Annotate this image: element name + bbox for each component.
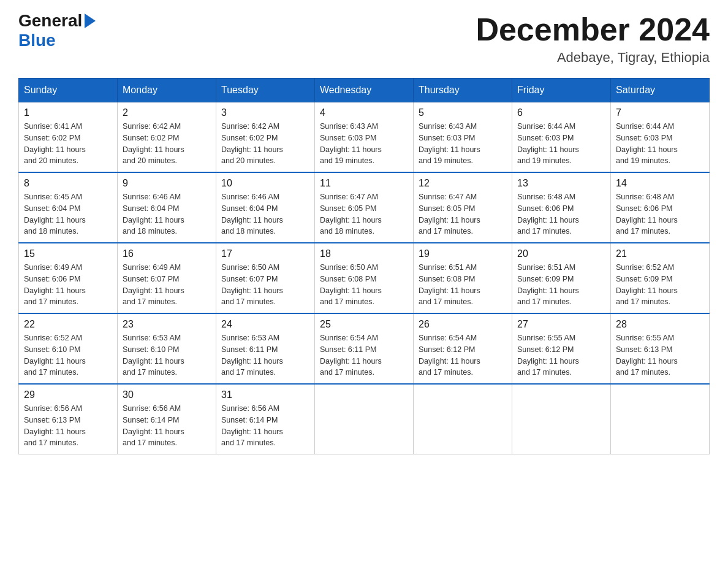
table-row: 7 Sunrise: 6:44 AM Sunset: 6:03 PM Dayli… [611,102,710,173]
location-subtitle: Adebaye, Tigray, Ethiopia [476,50,710,66]
table-row: 22 Sunrise: 6:52 AM Sunset: 6:10 PM Dayl… [19,313,118,384]
day-info: Sunrise: 6:44 AM Sunset: 6:03 PM Dayligh… [616,121,704,167]
day-info: Sunrise: 6:53 AM Sunset: 6:11 PM Dayligh… [221,332,309,378]
calendar-week-row: 15 Sunrise: 6:49 AM Sunset: 6:06 PM Dayl… [19,243,710,313]
calendar-week-row: 22 Sunrise: 6:52 AM Sunset: 6:10 PM Dayl… [19,313,710,384]
day-number: 24 [221,319,309,330]
day-number: 22 [24,319,112,330]
day-number: 3 [221,107,309,118]
day-info: Sunrise: 6:53 AM Sunset: 6:10 PM Dayligh… [123,332,211,378]
day-info: Sunrise: 6:50 AM Sunset: 6:07 PM Dayligh… [221,262,309,308]
day-info: Sunrise: 6:46 AM Sunset: 6:04 PM Dayligh… [123,191,211,237]
page-header: General Blue December 2024 Adebaye, Tigr… [18,12,710,66]
table-row: 11 Sunrise: 6:47 AM Sunset: 6:05 PM Dayl… [315,172,414,243]
header-monday: Monday [118,79,216,102]
table-row: 29 Sunrise: 6:56 AM Sunset: 6:13 PM Dayl… [19,384,118,454]
day-number: 1 [24,107,112,118]
logo-arrow-icon [85,13,96,28]
day-number: 30 [123,389,211,400]
table-row: 15 Sunrise: 6:49 AM Sunset: 6:06 PM Dayl… [19,243,118,313]
table-row: 28 Sunrise: 6:55 AM Sunset: 6:13 PM Dayl… [611,313,710,384]
day-info: Sunrise: 6:42 AM Sunset: 6:02 PM Dayligh… [221,121,309,167]
day-number: 7 [616,107,704,118]
day-number: 14 [616,178,704,189]
table-row: 19 Sunrise: 6:51 AM Sunset: 6:08 PM Dayl… [414,243,512,313]
day-number: 25 [320,319,408,330]
logo: General Blue [18,12,96,50]
day-number: 26 [419,319,507,330]
day-info: Sunrise: 6:56 AM Sunset: 6:13 PM Dayligh… [24,403,112,449]
day-info: Sunrise: 6:47 AM Sunset: 6:05 PM Dayligh… [419,191,507,237]
table-row: 6 Sunrise: 6:44 AM Sunset: 6:03 PM Dayli… [512,102,611,173]
day-number: 18 [320,248,408,259]
day-info: Sunrise: 6:54 AM Sunset: 6:11 PM Dayligh… [320,332,408,378]
calendar-week-row: 29 Sunrise: 6:56 AM Sunset: 6:13 PM Dayl… [19,384,710,454]
table-row: 30 Sunrise: 6:56 AM Sunset: 6:14 PM Dayl… [118,384,216,454]
day-info: Sunrise: 6:51 AM Sunset: 6:09 PM Dayligh… [517,262,605,308]
day-number: 13 [517,178,605,189]
header-thursday: Thursday [414,79,512,102]
day-info: Sunrise: 6:43 AM Sunset: 6:03 PM Dayligh… [320,121,408,167]
table-row: 9 Sunrise: 6:46 AM Sunset: 6:04 PM Dayli… [118,172,216,243]
day-info: Sunrise: 6:41 AM Sunset: 6:02 PM Dayligh… [24,121,112,167]
table-row: 18 Sunrise: 6:50 AM Sunset: 6:08 PM Dayl… [315,243,414,313]
table-row: 23 Sunrise: 6:53 AM Sunset: 6:10 PM Dayl… [118,313,216,384]
day-number: 29 [24,389,112,400]
header-friday: Friday [512,79,611,102]
calendar-table: Sunday Monday Tuesday Wednesday Thursday… [18,78,710,454]
day-number: 19 [419,248,507,259]
day-number: 31 [221,389,309,400]
day-number: 11 [320,178,408,189]
table-row [315,384,414,454]
logo-blue-text: Blue [18,31,56,50]
calendar-header-row: Sunday Monday Tuesday Wednesday Thursday… [19,79,710,102]
table-row: 31 Sunrise: 6:56 AM Sunset: 6:14 PM Dayl… [216,384,315,454]
table-row: 25 Sunrise: 6:54 AM Sunset: 6:11 PM Dayl… [315,313,414,384]
logo-general-text: General [18,12,82,29]
day-info: Sunrise: 6:50 AM Sunset: 6:08 PM Dayligh… [320,262,408,308]
day-info: Sunrise: 6:52 AM Sunset: 6:10 PM Dayligh… [24,332,112,378]
day-info: Sunrise: 6:44 AM Sunset: 6:03 PM Dayligh… [517,121,605,167]
day-info: Sunrise: 6:42 AM Sunset: 6:02 PM Dayligh… [123,121,211,167]
day-number: 2 [123,107,211,118]
day-info: Sunrise: 6:54 AM Sunset: 6:12 PM Dayligh… [419,332,507,378]
day-number: 23 [123,319,211,330]
day-info: Sunrise: 6:56 AM Sunset: 6:14 PM Dayligh… [221,403,309,449]
day-info: Sunrise: 6:43 AM Sunset: 6:03 PM Dayligh… [419,121,507,167]
table-row: 17 Sunrise: 6:50 AM Sunset: 6:07 PM Dayl… [216,243,315,313]
day-info: Sunrise: 6:49 AM Sunset: 6:07 PM Dayligh… [123,262,211,308]
day-info: Sunrise: 6:48 AM Sunset: 6:06 PM Dayligh… [616,191,704,237]
table-row: 26 Sunrise: 6:54 AM Sunset: 6:12 PM Dayl… [414,313,512,384]
calendar-week-row: 8 Sunrise: 6:45 AM Sunset: 6:04 PM Dayli… [19,172,710,243]
header-sunday: Sunday [19,79,118,102]
day-number: 5 [419,107,507,118]
table-row: 3 Sunrise: 6:42 AM Sunset: 6:02 PM Dayli… [216,102,315,173]
day-info: Sunrise: 6:49 AM Sunset: 6:06 PM Dayligh… [24,262,112,308]
day-number: 10 [221,178,309,189]
table-row [414,384,512,454]
day-number: 20 [517,248,605,259]
calendar-week-row: 1 Sunrise: 6:41 AM Sunset: 6:02 PM Dayli… [19,102,710,173]
day-info: Sunrise: 6:45 AM Sunset: 6:04 PM Dayligh… [24,191,112,237]
day-number: 15 [24,248,112,259]
table-row: 24 Sunrise: 6:53 AM Sunset: 6:11 PM Dayl… [216,313,315,384]
table-row: 1 Sunrise: 6:41 AM Sunset: 6:02 PM Dayli… [19,102,118,173]
table-row: 8 Sunrise: 6:45 AM Sunset: 6:04 PM Dayli… [19,172,118,243]
day-number: 16 [123,248,211,259]
day-number: 12 [419,178,507,189]
day-info: Sunrise: 6:46 AM Sunset: 6:04 PM Dayligh… [221,191,309,237]
table-row: 5 Sunrise: 6:43 AM Sunset: 6:03 PM Dayli… [414,102,512,173]
day-info: Sunrise: 6:55 AM Sunset: 6:12 PM Dayligh… [517,332,605,378]
day-number: 4 [320,107,408,118]
day-info: Sunrise: 6:56 AM Sunset: 6:14 PM Dayligh… [123,403,211,449]
month-year-title: December 2024 [476,12,710,47]
day-number: 17 [221,248,309,259]
table-row: 12 Sunrise: 6:47 AM Sunset: 6:05 PM Dayl… [414,172,512,243]
day-number: 8 [24,178,112,189]
calendar-title-area: December 2024 Adebaye, Tigray, Ethiopia [476,12,710,66]
day-info: Sunrise: 6:47 AM Sunset: 6:05 PM Dayligh… [320,191,408,237]
day-number: 9 [123,178,211,189]
table-row [611,384,710,454]
table-row: 16 Sunrise: 6:49 AM Sunset: 6:07 PM Dayl… [118,243,216,313]
table-row: 2 Sunrise: 6:42 AM Sunset: 6:02 PM Dayli… [118,102,216,173]
